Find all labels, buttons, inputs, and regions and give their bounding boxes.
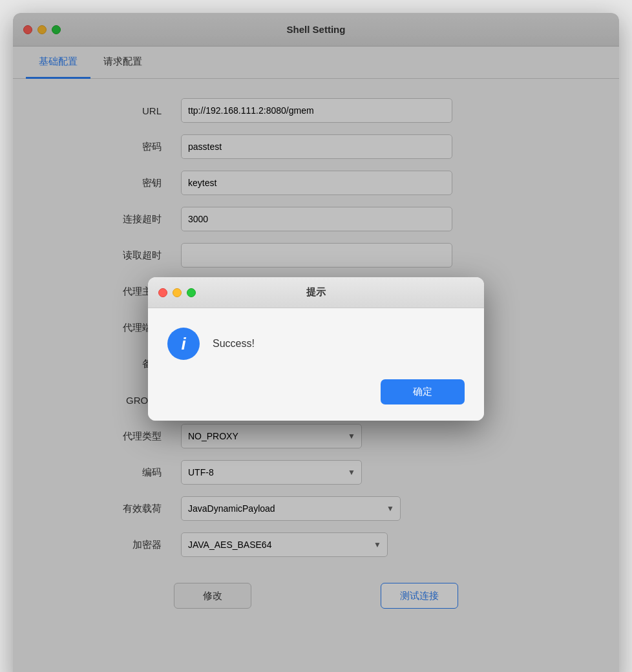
modal-close-button[interactable] [158,288,167,297]
modal-content-row: i Success! [167,328,465,360]
modal-titlebar: 提示 [148,277,484,308]
modal-buttons: 确定 [167,379,465,404]
modal-maximize-button[interactable] [187,288,196,297]
modal-title: 提示 [306,286,326,299]
modal-minimize-button[interactable] [173,288,182,297]
modal-body: i Success! 确定 [148,308,484,421]
modal-traffic-lights [158,288,196,297]
main-window: Shell Setting 基础配置 请求配置 URL 密码 密钥 连接超时 [13,13,619,672]
confirm-button[interactable]: 确定 [381,379,465,404]
modal-overlay: 提示 i Success! 确定 [13,13,619,672]
alert-modal: 提示 i Success! 确定 [148,277,484,421]
info-icon: i [167,328,200,360]
modal-message: Success! [213,338,255,350]
